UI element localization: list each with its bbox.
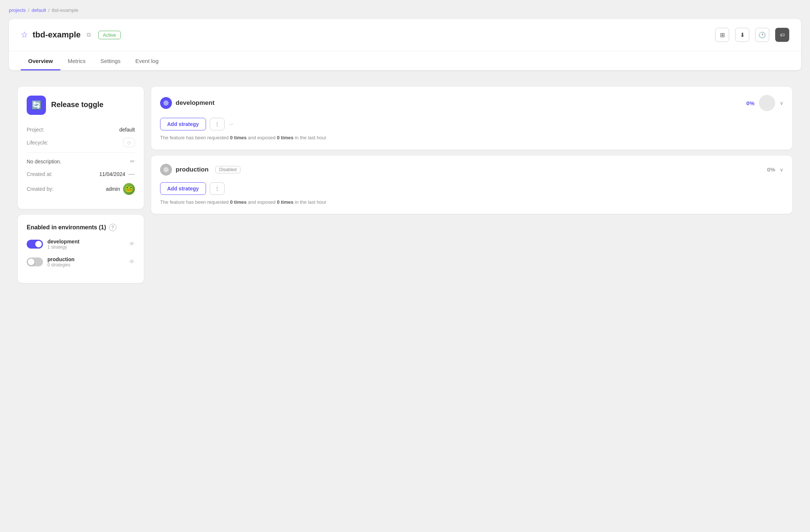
prod-env-name: production [176,166,209,173]
breadcrumb-current: tbd-example [52,7,79,13]
active-badge: Active [98,31,121,39]
breadcrumb: projects / default / tbd-example [9,7,801,13]
production-env-name: production [47,256,74,262]
prod-more-button[interactable]: ⋮ [210,182,225,195]
plus-icon: ⊞ [720,31,725,39]
dev-strategy-actions: Add strategy ⋮ → [160,118,783,130]
prod-strategy-header: production Disabled 0% ∨ [160,164,783,176]
tag-icon: 🏷 [780,32,785,38]
refresh-icon: 🔄 [31,100,42,110]
dev-strategy-left: development [160,97,215,109]
production-env-info: production 0 strategies [47,256,74,267]
flag-header: ☆ tbd-example ⧉ Active ⊞ ⬇ 🕐 🏷 [9,19,801,51]
production-eye-icon[interactable]: 👁 [129,259,135,265]
dev-add-strategy-button[interactable]: Add strategy [160,118,206,130]
diamond-icon: ◇ [127,140,131,145]
flag-title: tbd-example [33,30,81,40]
environments-card-title: Enabled in environments (1) ? [27,224,135,231]
main-card: ☆ tbd-example ⧉ Active ⊞ ⬇ 🕐 🏷 Overview … [9,19,801,70]
info-card-title: Release toggle [51,100,103,109]
env-row-production-left: production 0 strategies [27,256,74,267]
lifecycle-label: Lifecycle: [27,140,48,146]
avatar: 🐸 [123,183,135,195]
dev-toggle-placeholder[interactable] [759,95,775,111]
disabled-badge: Disabled [215,166,241,173]
created-by-value: admin [106,186,120,192]
prod-chevron-icon[interactable]: ∨ [780,167,783,173]
dev-env-name: development [176,99,215,107]
development-toggle-slider [27,240,43,249]
flag-header-left: ☆ tbd-example ⧉ Active [21,30,121,40]
description-row: No description. ✏ [27,158,135,165]
content-area: 🔄 Release toggle Project: default Lifecy… [9,78,801,292]
dev-chevron-icon[interactable]: ∨ [780,100,783,106]
env-row-development-left: development 1 strategy [27,239,79,250]
environments-card: Enabled in environments (1) ? developmen… [18,215,144,283]
right-column: development 0% ∨ Add strategy ⋮ → The fe… [151,87,792,283]
tabs-nav: Overview Metrics Settings Event log [9,51,801,70]
dev-more-icon: ⋮ [215,121,220,127]
tab-settings[interactable]: Settings [93,51,128,70]
no-description-text: No description. [27,159,61,164]
help-icon[interactable]: ? [109,224,116,231]
dev-strategy-right: 0% ∨ [746,95,783,111]
breadcrumb-projects[interactable]: projects [9,7,26,13]
created-at-row: Created at: 11/04/2024 — [27,170,135,178]
left-column: 🔄 Release toggle Project: default Lifecy… [18,87,144,283]
dev-strategy-stats: The feature has been requested 0 times a… [160,134,783,142]
created-by-label: Created by: [27,186,53,192]
dev-more-button[interactable]: ⋮ [210,118,225,130]
production-env-strategies: 0 strategies [47,262,74,267]
minus-icon: — [128,170,135,178]
add-button[interactable]: ⊞ [715,28,729,42]
development-env-name: development [47,239,79,245]
prod-more-icon: ⋮ [215,186,220,192]
environments-title-text: Enabled in environments (1) [27,224,106,231]
download-button[interactable]: ⬇ [735,28,749,42]
project-row: Project: default [27,127,135,133]
created-by-row: Created by: admin 🐸 [27,183,135,195]
prod-strategy-card: production Disabled 0% ∨ Add strategy ⋮ … [151,156,792,214]
prod-add-strategy-button[interactable]: Add strategy [160,182,206,195]
development-eye-icon[interactable]: 👁 [129,241,135,247]
development-env-strategies: 1 strategy [47,245,79,250]
lifecycle-row: Lifecycle: ◇ [27,138,135,147]
production-toggle[interactable] [27,257,43,266]
copy-icon[interactable]: ⧉ [87,31,91,38]
project-label: Project: [27,127,44,133]
breadcrumb-default[interactable]: default [31,7,46,13]
edit-icon[interactable]: ✏ [130,158,135,165]
env-row-development: development 1 strategy 👁 [27,239,135,250]
info-card: 🔄 Release toggle Project: default Lifecy… [18,87,144,209]
prod-strategy-left: production Disabled [160,164,240,176]
created-at-label: Created at: [27,171,52,177]
tab-metrics[interactable]: Metrics [60,51,93,70]
production-toggle-slider [27,257,43,266]
prod-env-icon [160,164,172,176]
history-button[interactable]: 🕐 [755,28,769,42]
dev-strategy-card: development 0% ∨ Add strategy ⋮ → The fe… [151,87,792,150]
dev-strategy-header: development 0% ∨ [160,95,783,111]
prod-strategy-right: 0% ∨ [767,166,783,173]
toggle-type-icon: 🔄 [27,96,46,115]
dev-percentage: 0% [746,100,754,106]
env-row-production: production 0 strategies 👁 [27,256,135,267]
development-toggle[interactable] [27,240,43,249]
dev-env-icon [160,97,172,109]
prod-strategy-stats: The feature has been requested 0 times a… [160,199,783,206]
download-icon: ⬇ [740,31,745,39]
project-value: default [119,127,135,133]
created-at-value: 11/04/2024 [99,171,125,177]
tag-button[interactable]: 🏷 [775,28,789,42]
prod-strategy-actions: Add strategy ⋮ [160,182,783,195]
dev-arrow-icon: → [228,121,234,127]
star-icon[interactable]: ☆ [21,30,28,40]
development-env-info: development 1 strategy [47,239,79,250]
clock-icon: 🕐 [758,31,766,39]
lifecycle-box[interactable]: ◇ [123,138,135,147]
flag-header-right: ⊞ ⬇ 🕐 🏷 [715,28,789,42]
tab-overview[interactable]: Overview [21,51,60,70]
prod-percentage: 0% [767,166,775,173]
tab-event-log[interactable]: Event log [128,51,166,70]
